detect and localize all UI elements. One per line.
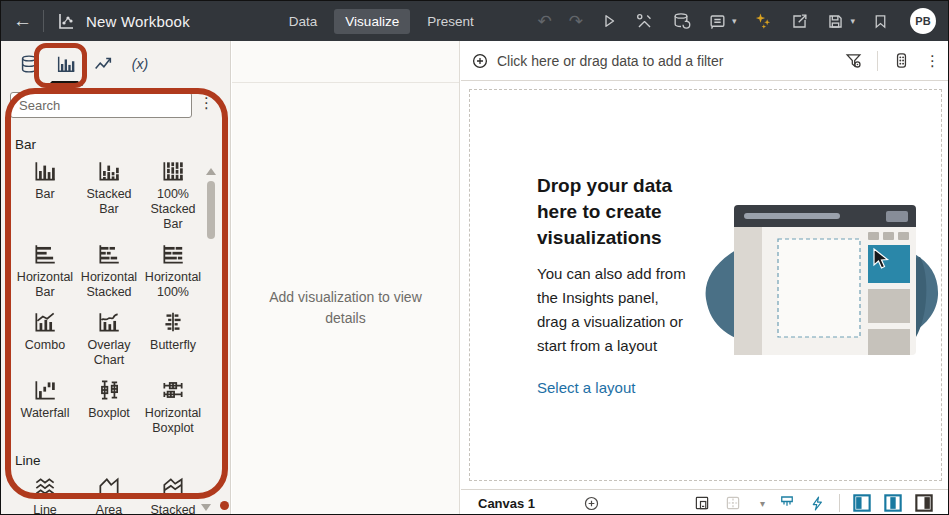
drop-heading: Drop your data here to create visualizat… (537, 173, 689, 251)
chart-type-boxplot[interactable]: Boxplot (77, 377, 141, 436)
tab-data[interactable]: Data (278, 9, 329, 34)
save-icon[interactable]: ▾ (826, 12, 855, 31)
panel-left-toggle-icon[interactable] (853, 494, 871, 512)
avatar[interactable]: PB (910, 8, 936, 34)
topbar: ← New Workbook Data Visualize Present ↶ … (1, 1, 948, 41)
data-tab-icon[interactable] (15, 48, 43, 80)
bottom-bar-actions: ▾ (693, 494, 933, 512)
canvas-panel: Click here or drag data to add a filter (461, 41, 949, 515)
bottom-bar-divider (839, 494, 840, 512)
chart-type-bar[interactable]: Bar (13, 158, 77, 232)
chart-type-100-stacked-bar[interactable]: 100% Stacked Bar (141, 158, 205, 232)
chart-grid-bar: Bar Stacked Bar (13, 158, 218, 445)
canvas-bottom-bar: Canvas 1 (461, 489, 949, 515)
tools-icon[interactable] (635, 12, 654, 31)
canvas-tab[interactable]: Canvas 1 (478, 496, 535, 511)
scrollbar-up-icon[interactable] (206, 168, 216, 175)
drop-body: You can also add from the Insights panel… (537, 262, 689, 358)
chart-type-butterfly[interactable]: Butterfly (141, 309, 205, 368)
duplicate-canvas-icon[interactable] (693, 494, 711, 512)
function-tab-label: (x) (132, 56, 148, 72)
tab-present[interactable]: Present (416, 9, 485, 34)
workbook-title: New Workbook (86, 13, 190, 30)
chart-type-stacked-bar[interactable]: Stacked Bar (77, 158, 141, 232)
active-tab-underline (47, 81, 83, 86)
chart-type-horizontal-boxplot[interactable]: Horizontal Boxplot (141, 377, 205, 436)
auto-apply-icon[interactable] (809, 495, 826, 512)
filter-settings-icon[interactable] (844, 51, 863, 70)
canvas-area[interactable]: Drop your data here to create visualizat… (461, 81, 949, 489)
details-empty-message: Add visualization to view details (232, 287, 459, 329)
section-title-bar: Bar (15, 137, 218, 152)
comment-icon[interactable]: ▾ (708, 12, 737, 31)
redo-icon[interactable]: ↷ (569, 11, 583, 32)
drop-text-block: Drop your data here to create visualizat… (537, 173, 689, 397)
filter-bar-actions: ⋮ (844, 51, 940, 71)
chart-type-list: Bar Bar (1, 125, 230, 515)
chart-type-waterfall[interactable]: Waterfall (13, 377, 77, 436)
chart-type-stacked-area[interactable]: Stacked Area (141, 474, 205, 515)
bookmark-icon[interactable] (872, 13, 889, 30)
topbar-actions: ↶ ↷ (537, 8, 936, 34)
left-panel-tabstrip: (x) (1, 41, 230, 87)
chart-type-overlay-chart[interactable]: Overlay Chart (77, 309, 141, 368)
panel-right-toggle-icon[interactable] (915, 494, 933, 512)
add-canvas-icon[interactable] (583, 495, 600, 512)
drop-illustration (688, 187, 946, 359)
data-refresh-icon[interactable] (671, 11, 691, 31)
tab-visualize[interactable]: Visualize (334, 9, 410, 34)
comment-caret-icon[interactable]: ▾ (732, 16, 737, 26)
chart-type-line[interactable]: Line (13, 474, 77, 515)
ai-sparkle-icon[interactable] (753, 11, 773, 31)
select-layout-link[interactable]: Select a layout (537, 379, 635, 396)
left-panel: (x) ⋮ Bar Bar (1, 41, 231, 515)
chart-type-horizontal-stacked[interactable]: Horizontal Stacked (77, 241, 141, 300)
layout-caret-icon[interactable]: ▾ (760, 498, 765, 509)
panel-center-toggle-icon[interactable] (884, 494, 902, 512)
app-window: ← New Workbook Data Visualize Present ↶ … (0, 0, 949, 515)
search-row: ⋮ (1, 87, 230, 125)
chart-type-area[interactable]: Area (77, 474, 141, 515)
chart-grid-line: Line Area Stacked Area (13, 474, 218, 515)
scrollbar-down-icon[interactable] (201, 504, 211, 511)
present-play-icon[interactable] (600, 12, 618, 30)
scrollbar-thumb[interactable] (207, 181, 215, 239)
grid-layout-icon[interactable] (724, 494, 742, 512)
workbook-icon (56, 11, 76, 31)
filter-bar-divider (877, 51, 878, 71)
mode-tabs: Data Visualize Present (278, 9, 485, 34)
charts-tab-icon[interactable] (52, 48, 80, 80)
filter-prompt[interactable]: Click here or drag data to add a filter (497, 53, 723, 69)
back-arrow-icon[interactable]: ← (13, 10, 39, 32)
save-caret-icon[interactable]: ▾ (850, 16, 855, 26)
analytics-tab-icon[interactable] (89, 48, 117, 80)
add-filter-icon[interactable] (471, 52, 489, 70)
details-panel: Add visualization to view details (232, 41, 460, 515)
pinned-filters-icon[interactable] (892, 51, 911, 70)
chart-type-horizontal-100[interactable]: Horizontal 100% (141, 241, 205, 300)
filter-menu-kebab-icon[interactable]: ⋮ (925, 52, 940, 70)
section-title-line: Line (15, 453, 218, 468)
topbar-divider (43, 10, 44, 32)
details-panel-header (232, 41, 459, 83)
filter-bar: Click here or drag data to add a filter (461, 41, 949, 81)
chart-type-horizontal-bar[interactable]: Horizontal Bar (13, 241, 77, 300)
export-icon[interactable] (790, 12, 809, 31)
function-tab[interactable]: (x) (126, 48, 154, 80)
panel-menu-kebab-icon[interactable]: ⋮ (199, 94, 214, 112)
format-brush-icon[interactable] (778, 494, 796, 512)
search-input[interactable] (10, 92, 192, 118)
chart-type-combo[interactable]: Combo (13, 309, 77, 368)
undo-icon[interactable]: ↶ (537, 11, 551, 32)
